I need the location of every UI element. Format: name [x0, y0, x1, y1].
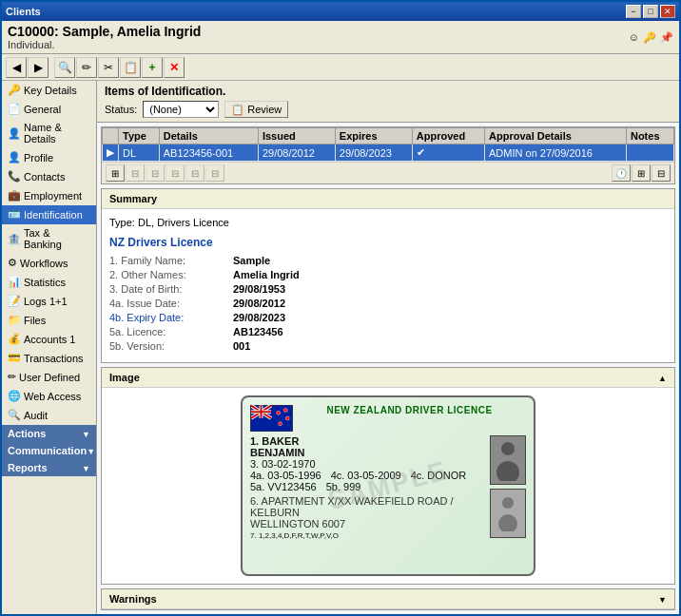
field-value-2: 29/08/1953 [233, 283, 285, 295]
close-button[interactable]: ✕ [660, 5, 675, 18]
svg-point-15 [502, 497, 514, 509]
licence-expiry: 4c. 03-05-2009 [331, 470, 401, 481]
reports-chevron-icon [82, 463, 90, 473]
key-icon: 🔑 [643, 31, 656, 44]
sidebar-item-employment[interactable]: 💼 Employment [2, 186, 96, 205]
address-line1: 6. APARTMENT X/XX WAKEFIELD ROAD / [250, 495, 484, 507]
sidebar-item-statistics[interactable]: 📊 Statistics [2, 273, 96, 292]
svg-point-10 [283, 408, 287, 412]
col-approved: Approved [412, 128, 484, 144]
warnings-header[interactable]: Warnings [102, 589, 674, 609]
client-name: C10000: Sample, Amelia Ingrid [8, 24, 201, 39]
field-value-5: AB123456 [233, 326, 283, 337]
summary-row-5: 5a. Licence: AB123456 [109, 326, 667, 337]
nav-forward-button[interactable]: ▶ [28, 57, 49, 78]
sidebar-item-name-details[interactable]: 👤 Name & Details [2, 119, 96, 148]
licence-photo-secondary [490, 489, 526, 538]
cut-button[interactable]: ✂ [98, 57, 119, 78]
row-approval-details: ADMIN on 27/09/2016 [485, 144, 627, 162]
field-label-3: 4a. Issue Date: [109, 298, 233, 309]
sidebar-item-accounts[interactable]: 💰 Accounts 1 [2, 330, 96, 349]
content-header: Items of Identification. Status: (None) … [97, 81, 679, 123]
sidebar-item-user-defined[interactable]: ✏ User Defined [2, 368, 96, 387]
field-label-0: 1. Family Name: [109, 255, 233, 266]
licence-name1: 1. BAKER [250, 435, 484, 447]
licence-card-header: NEW ZEALAND DRIVER LICENCE [250, 405, 526, 432]
delete-button[interactable]: ✕ [164, 57, 185, 78]
sidebar-section-communication[interactable]: Communication [2, 442, 96, 459]
maximize-button[interactable]: □ [643, 5, 658, 18]
licence-title: NEW ZEALAND DRIVER LICENCE [299, 405, 520, 415]
col-type: Type [119, 128, 160, 144]
table-btn-grid1[interactable]: ⊞ [632, 164, 651, 182]
warnings-section: Warnings [101, 588, 675, 610]
licence-nums: 5a. VV123456 5b. 999 [250, 481, 484, 492]
accounts-icon: 💰 [8, 333, 21, 345]
main-layout: 🔑 Key Details 📄 General 👤 Name & Details… [2, 81, 679, 614]
actions-chevron-icon [82, 429, 90, 439]
add-button[interactable]: + [142, 57, 163, 78]
col-expires: Expires [335, 128, 412, 144]
table-btn-5[interactable]: ⊟ [185, 164, 204, 182]
search-button[interactable]: 🔍 [54, 57, 75, 78]
status-label: Status: [105, 104, 137, 115]
licence-num: 5a. VV123456 [250, 481, 317, 492]
identification-icon: 🪪 [8, 208, 21, 221]
licence-left: 1. BAKER BENJAMIN 3. 03-02-1970 4a. 03-0… [250, 435, 484, 540]
summary-row-3: 4a. Issue Date: 29/08/2012 [109, 298, 667, 309]
summary-row-2: 3. Date of Birth: 29/08/1953 [109, 283, 667, 295]
table-btn-grid2[interactable]: ⊟ [652, 164, 671, 182]
image-chevron-icon [658, 372, 667, 383]
sidebar-item-profile[interactable]: 👤 Profile [2, 148, 96, 167]
minimize-button[interactable]: − [626, 5, 641, 18]
row-issued: 29/08/2012 [258, 144, 335, 162]
image-header[interactable]: Image [102, 368, 674, 388]
key-details-icon: 🔑 [8, 84, 21, 96]
sidebar-item-key-details[interactable]: 🔑 Key Details [2, 81, 96, 100]
field-label-4: 4b. Expiry Date: [109, 312, 233, 323]
field-label-6: 5b. Version: [109, 340, 233, 352]
table-btn-2[interactable]: ⊟ [126, 164, 145, 182]
review-button[interactable]: 📋 Review [224, 101, 288, 118]
sidebar-item-tax-banking[interactable]: 🏦 Tax & Banking [2, 224, 96, 254]
sidebar-item-web-access[interactable]: 🌐 Web Access [2, 387, 96, 406]
general-icon: 📄 [8, 103, 21, 115]
field-value-3: 29/08/2012 [233, 298, 285, 309]
licence-name2: BENJAMIN [250, 447, 484, 458]
contacts-icon: 📞 [8, 170, 21, 183]
sidebar-item-workflows[interactable]: ⚙ Workflows [2, 254, 96, 273]
summary-header: Summary [102, 189, 674, 209]
sidebar-item-logs[interactable]: 📝 Logs 1+1 [2, 292, 96, 311]
nav-back-button[interactable]: ◀ [6, 57, 27, 78]
content-scroll[interactable]: Type Details Issued Expires Approved App… [97, 123, 679, 614]
svg-point-11 [285, 416, 289, 420]
licence-issue: 4a. 03-05-1996 [250, 470, 321, 481]
address-postcode: WELLINGTON 6007 [250, 518, 484, 529]
table-btn-1[interactable]: ⊞ [106, 164, 125, 182]
review-icon: 📋 [231, 104, 244, 116]
sidebar-section-actions[interactable]: Actions [2, 425, 96, 442]
statistics-icon: 📊 [8, 276, 21, 288]
sidebar-section-reports[interactable]: Reports [2, 459, 96, 476]
table-btn-4[interactable]: ⊟ [165, 164, 185, 182]
col-details: Details [159, 128, 258, 144]
copy-button[interactable]: 📋 [120, 57, 141, 78]
pin-icon: 📌 [660, 31, 673, 44]
sidebar-item-transactions[interactable]: 💳 Transactions [2, 349, 96, 368]
table-btn-6[interactable]: ⊟ [205, 164, 224, 182]
table-btn-3[interactable]: ⊟ [146, 164, 165, 182]
status-dropdown[interactable]: (None) [143, 101, 219, 118]
licence-dob: 3. 03-02-1970 [250, 458, 484, 470]
sidebar-item-contacts[interactable]: 📞 Contacts [2, 167, 96, 186]
summary-row-6: 5b. Version: 001 [109, 340, 667, 352]
edit-button[interactable]: ✏ [76, 57, 97, 78]
table-row[interactable]: ▶ DL AB123456-001 29/08/2012 29/08/2023 … [103, 144, 674, 162]
sidebar-item-general[interactable]: 📄 General [2, 100, 96, 119]
sidebar-item-audit[interactable]: 🔍 Audit [2, 406, 96, 425]
sidebar-item-identification[interactable]: 🪪 Identification [2, 205, 96, 224]
sidebar-item-files[interactable]: 📁 Files [2, 311, 96, 330]
table-btn-clock[interactable]: 🕐 [612, 164, 631, 182]
warnings-chevron-icon [658, 593, 667, 605]
summary-type-label: Type: [109, 217, 135, 228]
summary-content: Type: DL, Drivers Licence NZ Drivers Lic… [102, 209, 674, 362]
